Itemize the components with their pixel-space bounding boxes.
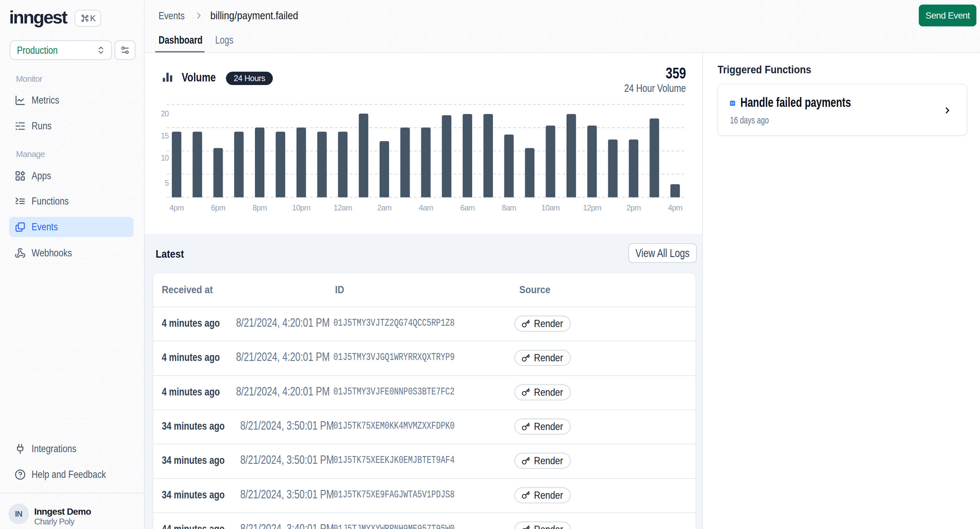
svg-text:15: 15: [161, 132, 169, 140]
svg-text:20: 20: [161, 110, 169, 118]
svg-text:6am: 6am: [460, 203, 475, 212]
svg-text:4pm: 4pm: [169, 203, 184, 212]
svg-text:10am: 10am: [541, 203, 560, 212]
svg-text:2pm: 2pm: [627, 203, 641, 212]
svg-text:5: 5: [165, 179, 169, 187]
svg-text:6pm: 6pm: [211, 203, 225, 212]
svg-text:4am: 4am: [419, 203, 433, 212]
svg-text:8pm: 8pm: [253, 203, 267, 212]
svg-text:4pm: 4pm: [668, 203, 682, 212]
svg-text:12pm: 12pm: [583, 203, 601, 212]
svg-text:8am: 8am: [502, 203, 516, 212]
svg-text:10: 10: [161, 154, 169, 162]
svg-text:2am: 2am: [377, 203, 391, 212]
svg-text:10pm: 10pm: [292, 203, 310, 212]
svg-text:12am: 12am: [334, 203, 352, 212]
